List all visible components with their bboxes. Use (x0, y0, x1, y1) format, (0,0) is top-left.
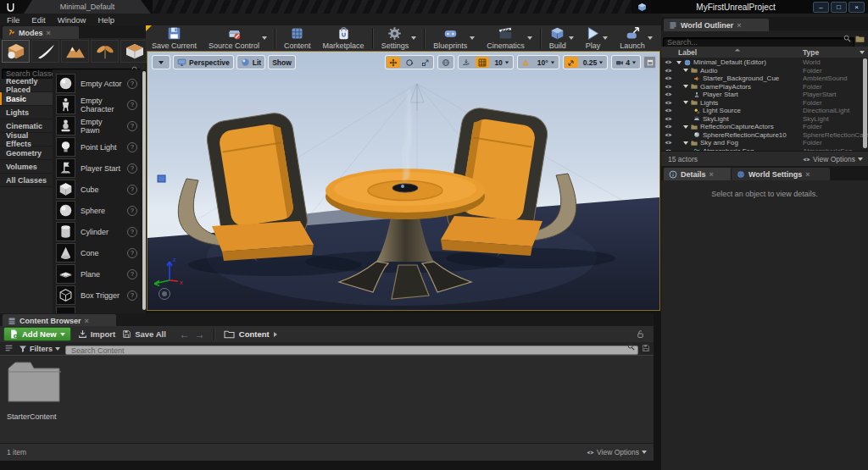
list-item-cube[interactable]: Cube (56, 179, 137, 200)
cinematics-button[interactable]: Cinematics (481, 25, 538, 51)
list-item-cone[interactable]: Cone (56, 242, 137, 263)
create-filter-icon[interactable] (855, 35, 865, 43)
scrollbar[interactable] (142, 71, 146, 310)
outliner-row-lights[interactable]: LightsFolder (661, 99, 868, 108)
blueprints-button[interactable]: Blueprints (427, 25, 481, 51)
content-view-options-button[interactable]: View Options (587, 448, 647, 456)
move-tool-button[interactable] (387, 57, 400, 68)
outliner-row-minimal-default[interactable]: Minimal_Default (Editor)World (661, 58, 868, 67)
help-icon[interactable] (127, 248, 137, 258)
place-mode-button[interactable] (2, 40, 30, 63)
breadcrumb[interactable]: Content (224, 329, 277, 339)
list-item-cylinder[interactable]: Cylinder (56, 221, 137, 242)
column-label[interactable]: Label (661, 48, 697, 57)
help-icon[interactable] (127, 142, 137, 152)
list-item-point-light[interactable]: Point Light (56, 136, 137, 158)
visibility-eye-icon[interactable] (665, 68, 672, 74)
coordinate-system-button[interactable] (437, 55, 454, 69)
content-browser-tab[interactable]: Content Browser (2, 313, 117, 327)
chevron-down-icon[interactable] (411, 36, 416, 40)
outliner-row-gameplayactors[interactable]: GamePlayActorsFolder (661, 83, 868, 91)
list-item-player-start[interactable]: Player Start (56, 158, 137, 179)
category-recently-placed[interactable]: Recently Placed (0, 79, 53, 92)
launch-button[interactable]: Launch (614, 25, 659, 51)
details-tab[interactable]: Details (663, 167, 736, 180)
play-button[interactable]: Play (580, 25, 615, 51)
expander-icon[interactable] (683, 125, 688, 129)
maximize-viewport-button[interactable] (643, 56, 656, 69)
show-button[interactable]: Show (268, 55, 296, 69)
filters-button[interactable]: Filters (19, 345, 60, 353)
camera-speed-button[interactable]: 4 (613, 57, 639, 68)
column-options-icon[interactable] (860, 51, 865, 54)
import-button[interactable]: Import (78, 329, 116, 339)
sources-panel-icon[interactable] (4, 344, 14, 353)
outliner-view-options-button[interactable]: View Options (803, 155, 863, 163)
outliner-row-reflectioncaptureactors[interactable]: ReflectionCaptureActorsFolder (661, 123, 868, 131)
menu-window[interactable]: Window (58, 15, 86, 25)
help-icon[interactable] (127, 290, 137, 301)
category-visual-effects[interactable]: Visual Effects (0, 133, 53, 147)
category-volumes[interactable]: Volumes (0, 160, 53, 174)
save-search-icon[interactable] (642, 344, 650, 352)
add-new-button[interactable]: Add New (3, 327, 71, 341)
viewport[interactable]: z x Perspective Lit Show 10 (147, 51, 660, 311)
category-geometry[interactable]: Geometry (0, 147, 53, 160)
minimize-button[interactable]: – (813, 2, 829, 13)
visibility-eye-icon[interactable] (665, 91, 672, 97)
rotation-snap-value-button[interactable]: 10° (535, 57, 558, 68)
rotate-tool-button[interactable] (403, 57, 416, 68)
list-item-sphere[interactable]: Sphere (56, 200, 137, 221)
visibility-eye-icon[interactable] (665, 116, 672, 122)
scale-snap-value-button[interactable]: 0.25 (581, 57, 607, 68)
list-item-empty-character[interactable]: Empty Character (56, 94, 137, 115)
list-item-empty-pawn[interactable]: Empty Pawn (56, 115, 137, 136)
menu-help[interactable]: Help (97, 15, 114, 25)
content-button[interactable]: Content (278, 25, 317, 51)
source-control-button[interactable]: Source Control (203, 25, 273, 51)
visibility-eye-icon[interactable] (665, 59, 672, 65)
list-item-plane[interactable]: Plane (56, 263, 137, 285)
visibility-eye-icon[interactable] (665, 108, 672, 113)
help-icon[interactable] (127, 227, 137, 237)
outliner-row-spherereflectioncapture10[interactable]: SphereReflectionCapture10SphereReflectio… (661, 131, 868, 140)
lock-icon[interactable] (636, 329, 645, 339)
chevron-down-icon[interactable] (470, 36, 475, 40)
world-outliner-tab[interactable]: World Outliner (663, 18, 770, 31)
viewport-scene[interactable]: z x (147, 52, 659, 310)
help-icon[interactable] (127, 269, 137, 279)
close-button[interactable]: × (849, 2, 865, 13)
chevron-down-icon[interactable] (569, 36, 574, 40)
close-tab-icon[interactable] (85, 317, 89, 325)
help-icon[interactable] (127, 121, 137, 131)
chevron-down-icon[interactable] (648, 36, 653, 40)
outliner-row-skylight[interactable]: SkyLightSkyLight (661, 115, 868, 124)
list-item-box-trigger[interactable]: Box Trigger (56, 285, 137, 306)
visibility-eye-icon[interactable] (665, 100, 672, 106)
help-icon[interactable] (127, 206, 137, 216)
maximize-button[interactable]: □ (831, 2, 847, 13)
level-tab[interactable]: Minimal_Default (24, 0, 151, 14)
help-icon[interactable] (127, 100, 137, 110)
search-content-input[interactable] (65, 346, 638, 355)
visibility-eye-icon[interactable] (665, 124, 672, 130)
visibility-eye-icon[interactable] (665, 140, 672, 146)
surface-snap-button[interactable] (459, 57, 473, 68)
chevron-down-icon[interactable] (527, 36, 532, 40)
viewport-options-button[interactable] (152, 55, 170, 69)
column-type[interactable]: Type (803, 48, 819, 57)
close-tab-icon[interactable] (47, 29, 51, 37)
menu-file[interactable]: File (7, 15, 19, 25)
visibility-eye-icon[interactable] (665, 84, 672, 90)
perspective-button[interactable]: Perspective (173, 55, 234, 69)
expander-icon[interactable] (676, 61, 682, 64)
save-current-button[interactable]: Save Current (146, 25, 203, 51)
visibility-eye-icon[interactable] (665, 132, 672, 138)
grid-snap-value-button[interactable]: 10 (492, 57, 511, 68)
expander-icon[interactable] (683, 69, 688, 72)
modes-tab[interactable]: Modes (2, 25, 80, 39)
scrollbar[interactable] (863, 58, 867, 148)
lit-button[interactable]: Lit (236, 55, 265, 69)
paint-mode-button[interactable] (31, 40, 59, 63)
list-item-empty-actor[interactable]: Empty Actor (56, 73, 137, 94)
